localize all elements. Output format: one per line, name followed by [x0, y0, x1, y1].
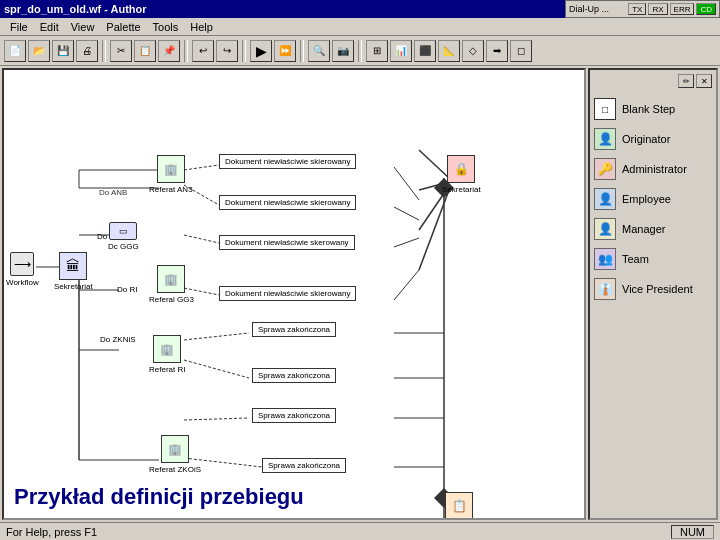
- sekretariat-left-node[interactable]: 🏛 Sekretariat: [54, 252, 93, 291]
- toolbar-open[interactable]: 📂: [28, 40, 50, 62]
- process-p7[interactable]: Sprawa zakończona: [252, 408, 336, 423]
- dialup-err[interactable]: ERR: [670, 3, 695, 15]
- status-bar: For Help, press F1 NUM: [0, 522, 720, 540]
- toolbar-search[interactable]: 🔍: [308, 40, 330, 62]
- team-icon: 👥: [594, 248, 616, 270]
- panel-employee[interactable]: 👤 Employee: [594, 186, 712, 212]
- svg-line-9: [394, 167, 419, 200]
- process-p8[interactable]: Sprawa zakończona: [262, 458, 346, 473]
- toolbar-sep2: [184, 40, 188, 62]
- panel-close-icon[interactable]: ✕: [696, 74, 712, 88]
- menu-palette[interactable]: Palette: [100, 19, 146, 35]
- employee-icon: 👤: [594, 188, 616, 210]
- sekretariat-right-node[interactable]: 🔒 Sekretariat: [442, 155, 481, 194]
- status-num: NUM: [671, 525, 714, 539]
- employee-label: Employee: [622, 193, 671, 205]
- manager-label: Manager: [622, 223, 665, 235]
- sekretariat-left-label: Sekretariat: [54, 282, 93, 291]
- svg-line-19: [184, 235, 219, 243]
- panel-blank-step[interactable]: □ Blank Step: [594, 96, 712, 122]
- menu-help[interactable]: Help: [184, 19, 219, 35]
- referat-ri-node[interactable]: 🏢 Referat RI: [149, 335, 185, 374]
- toolbar-redo[interactable]: ↪: [216, 40, 238, 62]
- sprawy-node[interactable]: 📋 Sprawy zaskczone: [429, 492, 489, 520]
- toolbar-undo[interactable]: ↩: [192, 40, 214, 62]
- workflow-node[interactable]: ⟶ Workflow: [6, 252, 39, 287]
- svg-line-23: [184, 418, 249, 420]
- referat-zkois-label: Referat ZKOiS: [149, 465, 201, 474]
- originator-icon: 👤: [594, 128, 616, 150]
- dialup-bar: Dial-Up ... TX RX ERR CD: [565, 0, 720, 18]
- process-p4[interactable]: Dokument niewłaściwie skierowany: [219, 286, 356, 301]
- panel-vice-president[interactable]: 👔 Vice President: [594, 276, 712, 302]
- process-p1[interactable]: Dokument niewłaściwie skierowany: [219, 154, 356, 169]
- referal-gg3-node[interactable]: 🏢 Referal GG3: [149, 265, 194, 304]
- toolbar-fastforward[interactable]: ⏩: [274, 40, 296, 62]
- toolbar-sep1: [102, 40, 106, 62]
- dialup-label: Dial-Up ...: [569, 4, 626, 14]
- vice-president-label: Vice President: [622, 283, 693, 295]
- toolbar-save[interactable]: 💾: [52, 40, 74, 62]
- do-anb-label: Do ANB: [99, 188, 127, 197]
- dc-ggg-label: Dc GGG: [108, 242, 139, 251]
- toolbar-ruler[interactable]: 📐: [438, 40, 460, 62]
- process-p5[interactable]: Sprawa zakończona: [252, 322, 336, 337]
- referat-zkois-node[interactable]: 🏢 Referat ZKOiS: [149, 435, 201, 474]
- process-p2[interactable]: Dokument niewłaściwie skierowany: [219, 195, 356, 210]
- team-label: Team: [622, 253, 649, 265]
- menu-edit[interactable]: Edit: [34, 19, 65, 35]
- right-panel: ✏ ✕ □ Blank Step 👤 Originator 🔑 Administ…: [588, 68, 718, 520]
- blank-step-icon: □: [594, 98, 616, 120]
- referat-an3-node[interactable]: 🏢 Referat AN3: [149, 155, 193, 194]
- process-p6[interactable]: Sprawa zakończona: [252, 368, 336, 383]
- administrator-label: Administrator: [622, 163, 687, 175]
- svg-line-10: [394, 207, 419, 220]
- toolbar-paste[interactable]: 📌: [158, 40, 180, 62]
- svg-line-11: [394, 238, 419, 247]
- toolbar-camera[interactable]: 📷: [332, 40, 354, 62]
- dialup-cd[interactable]: CD: [696, 3, 716, 15]
- bottom-label: Przykład definicji przebiegu: [14, 484, 304, 510]
- menu-view[interactable]: View: [65, 19, 101, 35]
- workflow-label: Workflow: [6, 278, 39, 287]
- toolbar-shape[interactable]: ◻: [510, 40, 532, 62]
- menu-tools[interactable]: Tools: [147, 19, 185, 35]
- panel-administrator[interactable]: 🔑 Administrator: [594, 156, 712, 182]
- referat-an3-label: Referat AN3: [149, 185, 193, 194]
- panel-manager[interactable]: 👤 Manager: [594, 216, 712, 242]
- toolbar-square[interactable]: ⬛: [414, 40, 436, 62]
- referal-gg3-label: Referal GG3: [149, 295, 194, 304]
- menu-bar: File Edit View Palette Tools Help: [0, 18, 720, 36]
- svg-line-22: [184, 360, 249, 378]
- do-zknis-label: Do ZKNiS: [100, 335, 136, 344]
- toolbar-grid[interactable]: ⊞: [366, 40, 388, 62]
- dc-ggg-node[interactable]: ▭ Dc GGG: [108, 222, 139, 251]
- process-p3[interactable]: Dokument niewłaściwie skerowany: [219, 235, 355, 250]
- toolbar-sep4: [300, 40, 304, 62]
- svg-line-12: [394, 270, 419, 300]
- toolbar-diamond[interactable]: ◇: [462, 40, 484, 62]
- panel-team[interactable]: 👥 Team: [594, 246, 712, 272]
- vice-president-icon: 👔: [594, 278, 616, 300]
- sekretariat-right-label: Sekretariat: [442, 185, 481, 194]
- toolbar-arrow[interactable]: ➡: [486, 40, 508, 62]
- dialup-tx[interactable]: TX: [628, 3, 646, 15]
- toolbar-print[interactable]: 🖨: [76, 40, 98, 62]
- toolbar-chart[interactable]: 📊: [390, 40, 412, 62]
- manager-icon: 👤: [594, 218, 616, 240]
- canvas-area[interactable]: ⟶ Workflow 🏛 Sekretariat 🏢 Referat AN3 D…: [2, 68, 586, 520]
- administrator-icon: 🔑: [594, 158, 616, 180]
- toolbar-sep5: [358, 40, 362, 62]
- panel-originator[interactable]: 👤 Originator: [594, 126, 712, 152]
- dialup-rx[interactable]: RX: [648, 3, 667, 15]
- toolbar-cut[interactable]: ✂: [110, 40, 132, 62]
- toolbar-play[interactable]: ▶: [250, 40, 272, 62]
- toolbar-copy[interactable]: 📋: [134, 40, 156, 62]
- blank-step-label: Blank Step: [622, 103, 675, 115]
- toolbar-sep3: [242, 40, 246, 62]
- menu-file[interactable]: File: [4, 19, 34, 35]
- toolbar-new[interactable]: 📄: [4, 40, 26, 62]
- status-help: For Help, press F1: [6, 526, 671, 538]
- do-ri-label: Do RI: [117, 285, 137, 294]
- panel-pen-icon[interactable]: ✏: [678, 74, 694, 88]
